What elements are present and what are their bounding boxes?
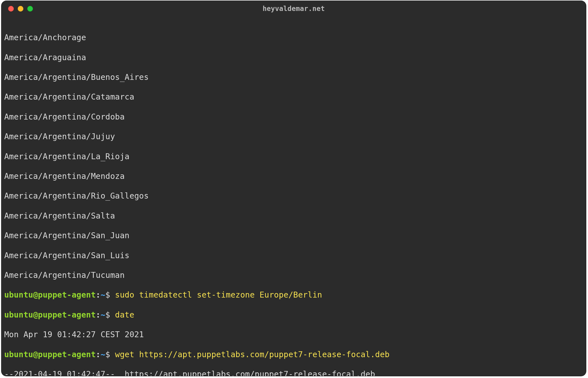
terminal-output[interactable]: America/Anchorage America/Araguaina Amer… (1, 17, 586, 376)
tz-line: America/Argentina/Cordoba (4, 112, 584, 122)
cmd-date: date (110, 310, 134, 320)
window-title: heyvaldemar.net (1, 5, 586, 13)
tz-line: America/Argentina/Buenos_Aires (4, 72, 584, 82)
zoom-icon[interactable] (27, 6, 33, 12)
tz-line: America/Argentina/Salta (4, 211, 584, 221)
tz-line: America/Argentina/Mendoza (4, 171, 584, 181)
traffic-lights (8, 6, 33, 12)
tz-line: America/Argentina/Rio_Gallegos (4, 191, 584, 201)
tz-line: America/Anchorage (4, 33, 584, 42)
prompt-at: @ (33, 290, 38, 300)
prompt-dollar: $ (106, 290, 110, 300)
prompt-user: ubuntu (4, 290, 33, 300)
titlebar: heyvaldemar.net (1, 1, 586, 17)
minimize-icon[interactable] (18, 6, 23, 12)
tz-line: America/Argentina/Tucuman (4, 270, 584, 280)
cmd-set-timezone: sudo timedatectl set-timezone Europe/Ber… (110, 290, 322, 300)
prompt-colon: : (96, 290, 100, 300)
tz-line: America/Argentina/La_Rioja (4, 152, 584, 161)
tz-line: America/Argentina/Jujuy (4, 132, 584, 141)
cmd-wget: wget https://apt.puppetlabs.com/puppet7-… (110, 350, 390, 359)
prompt-path: ~ (100, 290, 105, 300)
wget-output: --2021-04-19 01:42:47-- https://apt.pupp… (4, 369, 584, 376)
prompt-line: ubuntu@puppet-agent:~$ wget https://apt.… (4, 350, 584, 359)
tz-line: America/Argentina/Catamarca (4, 92, 584, 102)
close-icon[interactable] (8, 6, 14, 12)
tz-line: America/Argentina/San_Luis (4, 251, 584, 260)
prompt-line: ubuntu@puppet-agent:~$ sudo timedatectl … (4, 290, 584, 300)
date-output: Mon Apr 19 01:42:27 CEST 2021 (4, 330, 584, 339)
prompt-line: ubuntu@puppet-agent:~$ date (4, 310, 584, 320)
tz-line: America/Araguaina (4, 53, 584, 62)
prompt-host: puppet-agent (38, 290, 96, 300)
tz-line: America/Argentina/San_Juan (4, 231, 584, 240)
terminal-window: heyvaldemar.net America/Anchorage Americ… (1, 1, 586, 376)
